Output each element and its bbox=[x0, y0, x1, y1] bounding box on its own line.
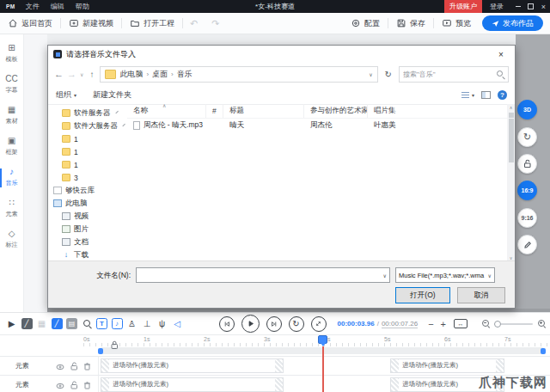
config-button[interactable]: 配置 bbox=[343, 18, 388, 29]
lock-icon[interactable] bbox=[110, 338, 119, 353]
sidebar-item[interactable]: ♪ 音乐 bbox=[0, 167, 23, 198]
timeline-clip[interactable]: 进场动作(播放元素) bbox=[101, 358, 284, 373]
total-time[interactable]: 00:00:07.26 bbox=[382, 320, 418, 328]
fullscreen-button[interactable] bbox=[311, 316, 327, 332]
forward-button[interactable]: → bbox=[67, 70, 76, 79]
person-track-icon[interactable]: ♙ bbox=[126, 318, 138, 329]
folder-tree-item[interactable]: 此电脑 bbox=[48, 197, 127, 210]
timeline-clip[interactable]: 进场动作(播放元素) bbox=[390, 358, 504, 373]
menu-item[interactable]: 帮助 bbox=[76, 2, 89, 11]
trash-icon[interactable] bbox=[83, 358, 91, 374]
unlock-button[interactable] bbox=[517, 154, 537, 174]
undo-button[interactable]: ↶ bbox=[183, 19, 205, 28]
list-column-header[interactable]: # ∧ bbox=[206, 104, 223, 118]
filetype-select[interactable]: Music File(*.mp3;*.wav;*.wma ∨ bbox=[395, 267, 495, 283]
new-video-button[interactable]: 新建视频 bbox=[61, 18, 121, 29]
filename-combo[interactable]: ∨ bbox=[136, 267, 390, 283]
refresh-button[interactable]: ↻ bbox=[382, 70, 395, 79]
maximize-button[interactable] bbox=[524, 0, 537, 13]
history-caret-icon[interactable]: ∨ bbox=[80, 71, 83, 77]
zoom-out-icon[interactable] bbox=[481, 319, 491, 328]
folder-tree-item[interactable]: 视频 bbox=[48, 210, 127, 223]
address-bar[interactable]: 此电脑 › 桌面 › 音乐 ∨ bbox=[100, 66, 377, 83]
timeline-clip[interactable]: 进场动作(播放元素) bbox=[101, 377, 284, 392]
skip-to-end-button[interactable] bbox=[266, 316, 282, 332]
3d-mode-button[interactable]: 3D bbox=[517, 100, 537, 119]
sound-track-icon[interactable]: ◁ bbox=[172, 318, 183, 329]
search-input[interactable] bbox=[400, 70, 496, 78]
ratio-9-16-button[interactable]: 9:16 bbox=[517, 208, 537, 228]
file-row[interactable]: 周杰伦 - 晴天.mp3 晴天 周杰伦 叶惠美 bbox=[127, 119, 515, 132]
folder-tree-item[interactable]: 图片 bbox=[48, 223, 127, 236]
playhead-line[interactable] bbox=[322, 346, 324, 392]
minimize-button[interactable] bbox=[511, 0, 524, 13]
skip-to-start-button[interactable] bbox=[219, 316, 235, 332]
list-column-header[interactable]: 标题 ∧ bbox=[223, 104, 304, 118]
sidebar-item[interactable]: ∷ 元素 bbox=[0, 198, 23, 229]
filename-input[interactable] bbox=[137, 271, 383, 279]
publish-button[interactable]: 发布作品 bbox=[482, 15, 543, 31]
element-active-track-icon[interactable]: ╱ bbox=[52, 318, 63, 329]
back-button[interactable]: ← bbox=[54, 70, 64, 79]
rotate-button[interactable]: ↻ bbox=[517, 127, 537, 147]
list-column-header[interactable]: 参与创作的艺术家 ∧ bbox=[304, 104, 368, 118]
sidebar-item[interactable]: ▣ 框架 bbox=[0, 136, 23, 167]
save-button[interactable]: 保存 bbox=[388, 18, 433, 29]
timeline-zoom-in-button[interactable]: + bbox=[441, 319, 446, 329]
breadcrumb-item[interactable]: 此电脑 › bbox=[119, 69, 149, 80]
unlock-icon[interactable] bbox=[70, 377, 78, 392]
menu-item[interactable]: 编辑 bbox=[51, 2, 64, 11]
playhead-marker[interactable] bbox=[318, 335, 327, 344]
sidebar-item[interactable]: ⊞ 模板 bbox=[0, 43, 23, 74]
effect-search-icon[interactable] bbox=[82, 318, 93, 329]
eye-icon[interactable] bbox=[56, 358, 64, 374]
mic-track-icon[interactable]: ψ bbox=[156, 318, 168, 329]
open-project-button[interactable]: 打开工程 bbox=[122, 18, 182, 29]
folder-tree-item[interactable]: 1 bbox=[48, 132, 127, 145]
sidebar-item[interactable]: ◇ 标注 bbox=[0, 229, 23, 260]
eye-icon[interactable] bbox=[56, 377, 64, 392]
music-track-icon[interactable]: ♪ bbox=[112, 318, 123, 329]
folder-tree-item[interactable]: ↓ 下载 bbox=[48, 248, 127, 261]
component-track-icon[interactable]: ▤ bbox=[66, 318, 77, 329]
image-track-icon[interactable]: ▦ bbox=[36, 318, 47, 329]
folder-tree-item[interactable]: 够快云库 bbox=[48, 184, 127, 197]
preview-pane-icon[interactable] bbox=[481, 91, 491, 99]
breadcrumb-item[interactable]: 桌面 › bbox=[152, 69, 174, 80]
new-folder-button[interactable]: 新建文件夹 bbox=[93, 89, 131, 101]
sidebar-item[interactable]: ▦ 素材 bbox=[0, 105, 23, 136]
folder-tree-item[interactable]: 1 bbox=[48, 145, 127, 158]
play-button[interactable] bbox=[241, 315, 260, 333]
dialog-close-button[interactable]: × bbox=[487, 46, 515, 63]
organize-button[interactable]: 组织 ▾ bbox=[56, 89, 76, 101]
cancel-button[interactable]: 取消 bbox=[457, 287, 505, 303]
video-track-icon[interactable]: ▶ bbox=[6, 318, 17, 329]
folder-tree-item[interactable]: 3 bbox=[48, 171, 127, 184]
timeline-zoom-out-button[interactable]: − bbox=[428, 319, 433, 329]
upgrade-account-button[interactable]: 升级账户 bbox=[444, 0, 482, 13]
trash-icon[interactable] bbox=[83, 377, 91, 392]
widget-track-icon[interactable]: ⊥ bbox=[142, 318, 153, 329]
caret-down-icon[interactable]: ∨ bbox=[383, 273, 389, 279]
list-column-header[interactable]: 名称 ∧ bbox=[127, 104, 206, 118]
zoom-slider-knob[interactable] bbox=[494, 321, 501, 328]
element-track-icon[interactable]: ╱ bbox=[21, 318, 33, 329]
address-caret-icon[interactable]: ∨ bbox=[369, 71, 372, 77]
help-button[interactable]: ? bbox=[498, 90, 507, 100]
text-track-icon[interactable]: T bbox=[96, 318, 107, 329]
list-column-header[interactable]: 唱片集 ∧ bbox=[368, 104, 515, 118]
sidebar-item[interactable]: CC 字幕 bbox=[0, 74, 23, 105]
menu-item[interactable]: 文件 bbox=[26, 2, 40, 11]
loop-button[interactable]: ↻ bbox=[289, 316, 304, 332]
breadcrumb-item[interactable]: 音乐 bbox=[177, 69, 192, 80]
close-window-button[interactable]: × bbox=[537, 0, 550, 13]
zoom-slider[interactable] bbox=[495, 323, 533, 325]
redo-button[interactable]: ↷ bbox=[205, 19, 226, 28]
edit-button[interactable] bbox=[517, 235, 537, 254]
login-button[interactable]: 登录 bbox=[490, 2, 504, 11]
view-mode-button[interactable]: ▾ bbox=[461, 92, 474, 99]
unlock-icon[interactable] bbox=[70, 358, 78, 374]
zoom-in-icon[interactable] bbox=[537, 319, 547, 328]
open-button[interactable]: 打开(O) bbox=[395, 287, 450, 303]
folder-tree-item[interactable]: 软件大服务器 bbox=[48, 119, 127, 132]
